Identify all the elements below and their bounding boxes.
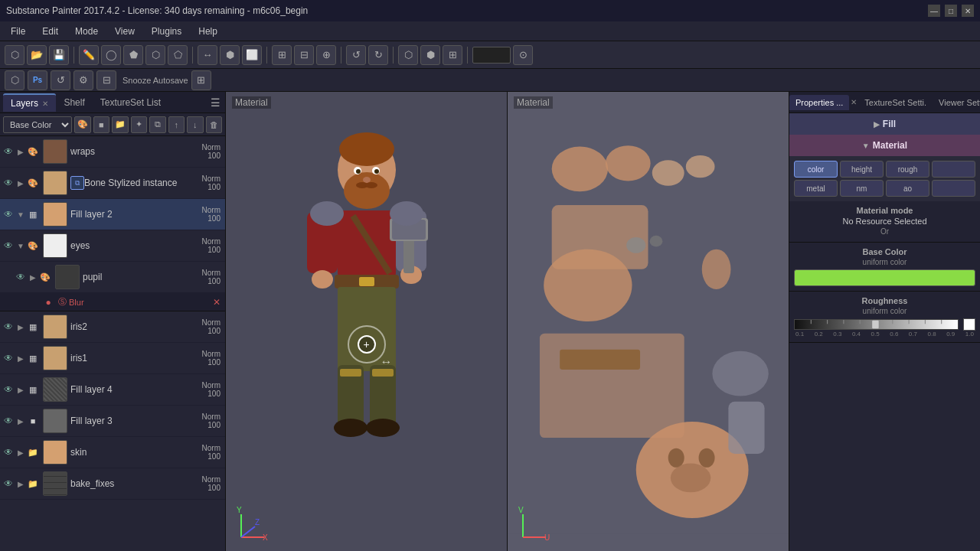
- expand-iris1[interactable]: ▶: [15, 353, 26, 364]
- layer-vis-iris2[interactable]: 👁: [2, 320, 15, 334]
- layer-row-blur[interactable]: ● Ⓢ Blur ✕: [0, 293, 225, 311]
- layer-vis-fill2[interactable]: 👁: [2, 207, 15, 221]
- tab-shelf[interactable]: Shelf: [56, 94, 92, 111]
- layer-vis-bone[interactable]: 👁: [2, 176, 15, 190]
- history-fwd[interactable]: ↻: [368, 45, 388, 65]
- panel-menu-btn[interactable]: ☰: [208, 96, 222, 109]
- layer-vis-skin[interactable]: 👁: [2, 445, 15, 459]
- expand-fill4[interactable]: ▶: [15, 384, 26, 395]
- menu-view[interactable]: View: [107, 24, 142, 38]
- layer-row-iris1[interactable]: 👁 ▶ ▦ iris1 Norm 100: [0, 343, 225, 374]
- expand-fill3[interactable]: ▶: [15, 416, 26, 426]
- brush-size-input[interactable]: 0.8: [472, 47, 511, 64]
- tab-layers-close[interactable]: ✕: [42, 99, 48, 108]
- channel-color[interactable]: color: [794, 161, 838, 178]
- delete-layer[interactable]: 🗑: [206, 116, 223, 133]
- layer-vis-pupil[interactable]: 👁: [14, 270, 28, 284]
- display-button[interactable]: ⊕: [316, 45, 336, 65]
- channel-nm[interactable]: nm: [840, 180, 884, 197]
- tab-layers[interactable]: Layers ✕: [3, 93, 56, 112]
- layer-vis-fill4[interactable]: 👁: [2, 383, 15, 396]
- layer-row-bone-stylized[interactable]: 👁 ▶ 🎨 ⧉ Bone Stylized instance Norm 100: [0, 168, 225, 199]
- maximize-button[interactable]: □: [945, 5, 957, 17]
- material-section-header[interactable]: ▼ Material: [789, 135, 980, 156]
- duplicate-layer[interactable]: ⧉: [149, 116, 166, 133]
- bake-button[interactable]: ⊞: [272, 45, 292, 65]
- view-3d[interactable]: ⬡: [398, 45, 418, 65]
- view-both[interactable]: ⊞: [443, 45, 462, 65]
- channel-ao[interactable]: ao: [886, 180, 929, 197]
- channel-select[interactable]: Base Color Roughness Metallic Normal: [3, 116, 72, 133]
- channel-4[interactable]: [932, 161, 975, 178]
- layer-icon[interactable]: ⬡: [5, 70, 24, 90]
- history-back[interactable]: ↺: [346, 45, 366, 65]
- menu-file[interactable]: File: [3, 24, 33, 38]
- move-down[interactable]: ↓: [187, 116, 204, 133]
- expand-wraps[interactable]: ▶: [15, 146, 26, 157]
- menu-mode[interactable]: Mode: [67, 24, 106, 38]
- menu-plugins[interactable]: Plugins: [144, 24, 189, 38]
- fill-section-header[interactable]: ▶ Fill: [789, 113, 980, 135]
- layer-row-fill2[interactable]: 👁 ▼ ▦ Fill layer 2 Norm 100: [0, 199, 225, 230]
- expand-skin[interactable]: ▶: [15, 447, 26, 458]
- tab-properties[interactable]: Properties ...: [789, 95, 849, 110]
- tab-properties-close[interactable]: ✕: [851, 98, 857, 106]
- layer-vis-bake[interactable]: 👁: [2, 477, 15, 491]
- close-button[interactable]: ✕: [962, 5, 974, 17]
- save-button[interactable]: 💾: [49, 45, 69, 65]
- menu-edit[interactable]: Edit: [34, 24, 66, 38]
- add-fill-layer[interactable]: ■: [93, 116, 110, 133]
- expand-bake[interactable]: ▶: [15, 478, 26, 489]
- layer-row-pupil[interactable]: 👁 ▶ 🎨 pupil Norm 100: [0, 262, 225, 293]
- add-folder[interactable]: 📁: [112, 116, 129, 133]
- crop-tool[interactable]: ⬜: [242, 45, 262, 65]
- channel-metal[interactable]: metal: [794, 180, 838, 197]
- expand-icon[interactable]: ⊞: [191, 70, 211, 90]
- layer-vis-eyes[interactable]: 👁: [2, 239, 15, 253]
- tab-textureset-settings[interactable]: TextureSet Setti.: [858, 95, 933, 110]
- layer-row-bake-fixes[interactable]: 👁 ▶ 📁 bake_fixes Norm 100: [0, 468, 225, 500]
- expand-eyes[interactable]: ▼: [15, 240, 26, 251]
- add-effect[interactable]: ✦: [131, 116, 148, 133]
- base-color-swatch[interactable]: [794, 269, 975, 286]
- sync-icon[interactable]: ↺: [51, 70, 70, 90]
- expand-fill2[interactable]: ▼: [15, 209, 26, 220]
- fill-tool[interactable]: ⬟: [123, 45, 143, 65]
- layer-row-wraps[interactable]: 👁 ▶ 🎨 wraps Norm 100: [0, 136, 225, 168]
- channel-rough[interactable]: rough: [886, 161, 929, 178]
- clone-tool[interactable]: ⬡: [145, 45, 165, 65]
- open-button[interactable]: 📂: [27, 45, 47, 65]
- new-button[interactable]: ⬡: [5, 45, 24, 65]
- channel-height[interactable]: height: [840, 161, 884, 178]
- view-uv[interactable]: ⬢: [420, 45, 440, 65]
- layer-row-iris2[interactable]: 👁 ▶ ▦ iris2 Norm 100: [0, 311, 225, 343]
- move-up[interactable]: ↑: [168, 116, 185, 133]
- layer-row-eyes[interactable]: 👁 ▼ 🎨 eyes Norm 100: [0, 230, 225, 262]
- layer-row-fill4[interactable]: 👁 ▶ ▦ Fill layer 4 Norm 100: [0, 374, 225, 406]
- transform-tool[interactable]: ↔: [198, 45, 217, 65]
- eraser-tool[interactable]: ◯: [101, 45, 121, 65]
- layer-vis-blur[interactable]: ●: [41, 295, 55, 309]
- paint-tool[interactable]: ✏️: [79, 45, 99, 65]
- add-paint-layer[interactable]: 🎨: [74, 116, 91, 133]
- minimize-button[interactable]: —: [928, 5, 940, 17]
- tab-textureset-list[interactable]: TextureSet List: [93, 94, 168, 111]
- expand-bone[interactable]: ▶: [15, 178, 26, 188]
- smudge-tool[interactable]: ⬠: [168, 45, 188, 65]
- export-button[interactable]: ⊟: [294, 45, 314, 65]
- layer-vis-wraps[interactable]: 👁: [2, 145, 15, 158]
- tab-viewer-settings[interactable]: Viewer Setti.: [933, 95, 980, 110]
- ps-icon[interactable]: Ps: [28, 70, 47, 90]
- brush-size-icon[interactable]: ⊙: [513, 45, 533, 65]
- layer-vis-iris1[interactable]: 👁: [2, 351, 15, 365]
- settings-icon[interactable]: ⚙: [74, 70, 93, 90]
- viewport-uv[interactable]: Material: [508, 92, 789, 551]
- layer-row-fill3[interactable]: 👁 ▶ ■ Fill layer 3 Norm 100: [0, 406, 225, 437]
- viewport-3d[interactable]: Material: [226, 92, 508, 551]
- expand-pupil[interactable]: ▶: [28, 272, 38, 282]
- layer-row-skin[interactable]: 👁 ▶ 📁 skin Norm 100: [0, 437, 225, 468]
- layer-vis-fill3[interactable]: 👁: [2, 414, 15, 428]
- blur-close[interactable]: ✕: [213, 297, 220, 308]
- menu-help[interactable]: Help: [191, 24, 225, 38]
- roughness-slider-track[interactable]: [794, 319, 959, 330]
